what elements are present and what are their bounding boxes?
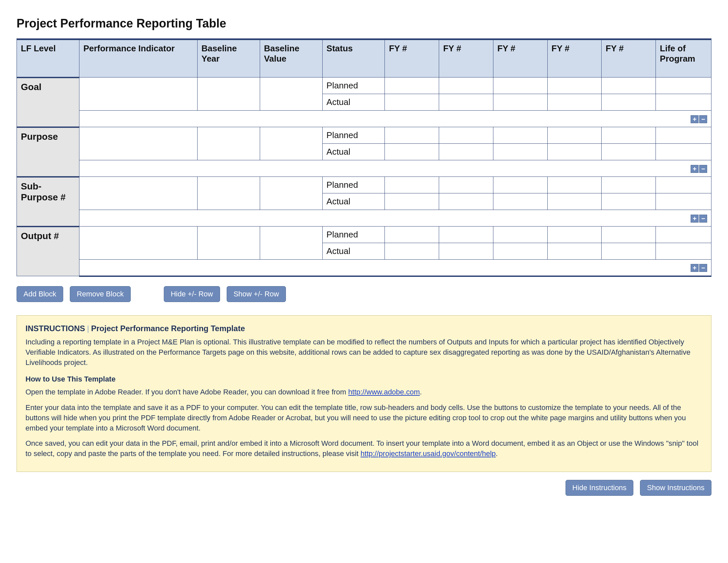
adobe-link[interactable]: http://www.adobe.com	[348, 388, 420, 396]
cell[interactable]	[197, 77, 260, 111]
cell[interactable]	[439, 193, 493, 210]
cell[interactable]	[602, 177, 656, 193]
cell[interactable]	[439, 94, 493, 111]
cell[interactable]	[547, 127, 602, 144]
cell[interactable]	[493, 144, 547, 160]
remove-row-button[interactable]: −	[699, 214, 707, 222]
cell[interactable]	[197, 177, 260, 210]
cell[interactable]	[493, 243, 547, 259]
cell[interactable]	[656, 226, 711, 243]
instructions-label: INSTRUCTIONS	[25, 324, 85, 333]
cell[interactable]	[439, 177, 493, 193]
add-row-button[interactable]: +	[691, 115, 699, 123]
instructions-paragraph: Open the template in Adobe Reader. If yo…	[25, 387, 703, 398]
cell[interactable]	[547, 144, 602, 160]
show-instructions-button[interactable]: Show Instructions	[640, 480, 711, 496]
col-fy1: FY #	[385, 39, 439, 77]
cell[interactable]	[493, 77, 547, 94]
col-fy4: FY #	[547, 39, 602, 77]
cell[interactable]	[547, 77, 602, 94]
status-actual: Actual	[322, 94, 385, 111]
cell[interactable]	[385, 77, 439, 94]
cell[interactable]	[385, 127, 439, 144]
show-pm-row-button[interactable]: Show +/- Row	[227, 286, 286, 302]
add-row-button[interactable]: +	[691, 165, 699, 173]
cell[interactable]	[385, 243, 439, 259]
lf-output[interactable]: Output #	[17, 226, 79, 276]
instructions-subheading: How to Use This Template	[25, 374, 703, 385]
lf-purpose[interactable]: Purpose	[17, 127, 79, 177]
cell[interactable]	[656, 77, 711, 94]
cell[interactable]	[656, 193, 711, 210]
cell[interactable]	[493, 193, 547, 210]
hide-pm-row-button[interactable]: Hide +/- Row	[164, 286, 220, 302]
cell[interactable]	[656, 177, 711, 193]
cell[interactable]	[547, 193, 602, 210]
cell[interactable]	[547, 94, 602, 111]
cell[interactable]	[547, 226, 602, 243]
status-actual: Actual	[322, 144, 385, 160]
remove-row-button[interactable]: −	[699, 115, 707, 123]
help-link[interactable]: http://projectstarter.usaid.gov/content/…	[361, 449, 496, 458]
status-planned: Planned	[322, 127, 385, 144]
cell[interactable]	[602, 193, 656, 210]
status-planned: Planned	[322, 177, 385, 193]
cell[interactable]	[197, 127, 260, 160]
col-baseline-year: Baseline Year	[197, 39, 260, 77]
instructions-paragraph: Including a reporting template in a Proj…	[25, 337, 703, 368]
cell[interactable]	[260, 127, 322, 160]
cell[interactable]	[385, 94, 439, 111]
cell[interactable]	[439, 243, 493, 259]
page-title: Project Performance Reporting Table	[17, 17, 711, 30]
cell[interactable]	[197, 226, 260, 259]
cell[interactable]	[385, 226, 439, 243]
cell[interactable]	[439, 127, 493, 144]
cell[interactable]	[79, 127, 197, 160]
cell[interactable]	[656, 94, 711, 111]
cell[interactable]	[656, 144, 711, 160]
remove-row-button[interactable]: −	[699, 264, 707, 272]
cell[interactable]	[493, 177, 547, 193]
cell[interactable]	[602, 226, 656, 243]
remove-block-button[interactable]: Remove Block	[70, 286, 131, 302]
cell[interactable]	[493, 226, 547, 243]
cell[interactable]	[493, 127, 547, 144]
add-row-button[interactable]: +	[691, 264, 699, 272]
cell[interactable]	[439, 77, 493, 94]
cell[interactable]	[656, 127, 711, 144]
status-actual: Actual	[322, 193, 385, 210]
col-life-of-program: Life of Program	[656, 39, 711, 77]
lf-goal[interactable]: Goal	[17, 77, 79, 127]
hide-instructions-button[interactable]: Hide Instructions	[566, 480, 634, 496]
cell[interactable]	[260, 226, 322, 259]
cell[interactable]	[439, 144, 493, 160]
status-actual: Actual	[322, 243, 385, 259]
cell[interactable]	[79, 177, 197, 210]
cell[interactable]	[602, 94, 656, 111]
cell[interactable]	[602, 144, 656, 160]
cell[interactable]	[385, 193, 439, 210]
cell[interactable]	[79, 226, 197, 259]
cell[interactable]	[79, 77, 197, 111]
col-fy2: FY #	[439, 39, 493, 77]
cell[interactable]	[547, 243, 602, 259]
lf-sub-purpose[interactable]: Sub-Purpose #	[17, 177, 79, 226]
instructions-panel: INSTRUCTIONS|Project Performance Reporti…	[17, 315, 711, 472]
cell[interactable]	[656, 243, 711, 259]
remove-row-button[interactable]: −	[699, 165, 707, 173]
cell[interactable]	[385, 144, 439, 160]
cell[interactable]	[439, 226, 493, 243]
add-row-button[interactable]: +	[691, 214, 699, 222]
cell[interactable]	[260, 77, 322, 111]
cell[interactable]	[547, 177, 602, 193]
cell[interactable]	[602, 243, 656, 259]
add-block-button[interactable]: Add Block	[17, 286, 63, 302]
cell[interactable]	[385, 177, 439, 193]
text: .	[420, 388, 422, 396]
cell[interactable]	[602, 127, 656, 144]
cell[interactable]	[493, 94, 547, 111]
col-baseline-value: Baseline Value	[260, 39, 322, 77]
col-fy3: FY #	[493, 39, 547, 77]
cell[interactable]	[602, 77, 656, 94]
cell[interactable]	[260, 177, 322, 210]
